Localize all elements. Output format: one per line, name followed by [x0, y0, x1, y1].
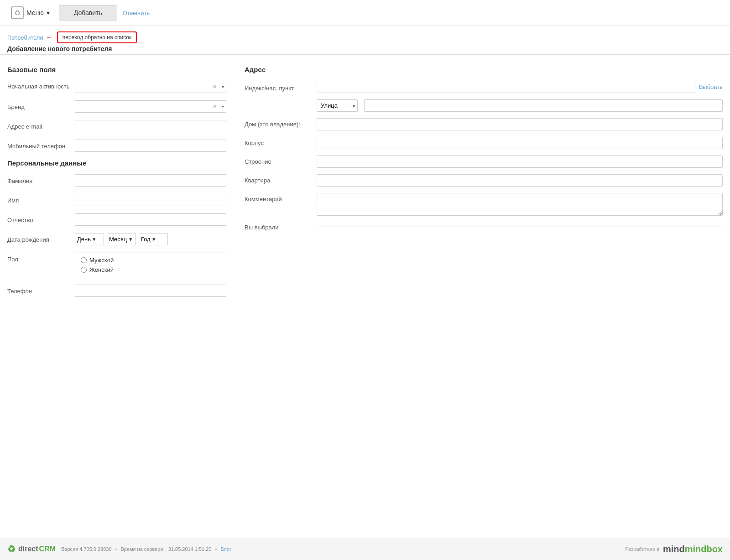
dob-month-wrapper: Месяц ▾ [107, 233, 136, 245]
dob-year-arrow-icon: ▾ [152, 236, 156, 243]
korpus-label: Корпус [245, 137, 313, 146]
email-row: Адрес e-mail [7, 120, 226, 132]
dot-separator-1: • [115, 546, 117, 552]
main-content: Базовые поля Начальная активность ✕ ▾ Бр… [0, 55, 730, 538]
dot-separator-2: • [215, 546, 217, 552]
selected-label: Вы выбрали [245, 222, 313, 231]
comment-row: Комментарий [245, 193, 723, 216]
right-column: Адрес Индекс/нас. пункт Выбрать Улица ▾ … [245, 66, 723, 527]
logo-icon: ♻ [7, 544, 16, 555]
dob-day-wrapper: День ▾ [75, 233, 104, 245]
korpus-input[interactable] [317, 137, 723, 149]
version-text: Версия 4.705.0.28836 [61, 546, 112, 552]
middle-name-input[interactable] [75, 213, 226, 226]
tooltip-box: переход обратно на список [57, 31, 137, 43]
gender-male-label: Мужской [89, 257, 114, 264]
last-name-input[interactable] [75, 174, 226, 187]
phone-row: Телефон [7, 285, 226, 297]
gender-male-radio[interactable] [81, 257, 87, 263]
middle-name-label: Отчество [7, 213, 71, 224]
menu-label: Меню [26, 9, 44, 16]
choose-link[interactable]: Выбрать [699, 83, 723, 90]
selected-value-line [317, 227, 723, 227]
dob-row: Дата рождения День ▾ Месяц ▾ Год [7, 233, 226, 245]
gender-male-option[interactable]: Мужской [81, 257, 220, 264]
developed-by-label: Разработано в [625, 546, 659, 552]
dob-year-wrapper: Год ▾ [139, 233, 168, 245]
start-activity-select-wrapper[interactable]: ✕ ▾ [75, 81, 226, 93]
street-input[interactable] [364, 99, 723, 112]
brand-row: Бренд ✕ ▾ [7, 100, 226, 113]
dob-day-arrow-icon: ▾ [93, 236, 96, 243]
recycle-icon: ♻ [11, 6, 24, 19]
gender-female-radio[interactable] [81, 267, 87, 273]
breadcrumb-parent-link[interactable]: Потребители [7, 34, 43, 41]
box-label: mindbox [685, 544, 723, 554]
selected-row: Вы выбрали [245, 222, 723, 231]
dob-year-select[interactable]: Год [141, 236, 151, 243]
mobile-label: Мобильный телефон [7, 140, 71, 150]
first-name-row: Имя [7, 194, 226, 206]
apartment-label: Квартира [245, 174, 313, 184]
mobile-row: Мобильный телефон [7, 140, 226, 152]
house-label: Дом (это владение): [245, 118, 313, 128]
gender-female-option[interactable]: Женский [81, 266, 220, 273]
mobile-input[interactable] [75, 140, 226, 152]
crm-label: CRM [39, 545, 56, 553]
brand-select-wrapper[interactable]: ✕ ▾ [75, 100, 226, 113]
breadcrumb-area: Потребители ← переход обратно на список … [0, 26, 730, 55]
gender-row: Пол Мужской Женский [7, 253, 226, 277]
start-activity-arrow-icon: ▾ [222, 84, 224, 89]
server-time-value: 31.05.2014 1:51:20 [168, 546, 212, 552]
street-type-select[interactable]: Улица [317, 99, 358, 112]
footer-right: Разработано в mindmindbox [625, 544, 723, 555]
comment-textarea[interactable] [317, 193, 723, 216]
footer-info: Версия 4.705.0.28836 • Время на сервере:… [61, 546, 231, 552]
mind-label: mind [663, 544, 685, 554]
dob-month-select[interactable]: Месяц [109, 236, 127, 243]
blog-link[interactable]: Блог [220, 546, 231, 552]
dob-month-arrow-icon: ▾ [129, 236, 132, 243]
comment-label: Комментарий [245, 193, 313, 202]
footer: ♻ directCRM Версия 4.705.0.28836 • Время… [0, 538, 730, 560]
address-title: Адрес [245, 66, 723, 73]
apartment-input[interactable] [317, 174, 723, 187]
personal-data-title: Персональные данные [7, 159, 226, 167]
street-type-wrapper: Улица ▾ [317, 99, 358, 112]
index-label: Индекс/нас. пункт [245, 82, 313, 92]
email-input[interactable] [75, 120, 226, 132]
street-row: Улица ▾ [317, 99, 723, 112]
first-name-input[interactable] [75, 194, 226, 206]
stroenie-input[interactable] [317, 156, 723, 168]
start-activity-select[interactable] [75, 81, 226, 93]
middle-name-row: Отчество [7, 213, 226, 226]
start-activity-label: Начальная активность [7, 81, 71, 91]
menu-button[interactable]: ♻ Меню ▾ [7, 4, 53, 22]
house-input[interactable] [317, 118, 723, 130]
index-row: Индекс/нас. пункт Выбрать [245, 81, 723, 93]
house-row: Дом (это владение): [245, 118, 723, 130]
last-name-row: Фамилия [7, 174, 226, 187]
footer-left: ♻ directCRM Версия 4.705.0.28836 • Время… [7, 544, 231, 555]
gender-box: Мужской Женский [75, 253, 226, 277]
stroenie-row: Строение [245, 156, 723, 168]
dob-selects: День ▾ Месяц ▾ Год ▾ [75, 233, 168, 245]
phone-input[interactable] [75, 285, 226, 297]
clear-start-activity-icon[interactable]: ✕ [213, 84, 217, 90]
dob-day-select[interactable]: День [77, 236, 91, 243]
apartment-row: Квартира [245, 174, 723, 187]
index-input[interactable] [317, 81, 695, 93]
brand-label: Бренд [7, 100, 71, 111]
basic-fields-title: Базовые поля [7, 66, 226, 73]
back-arrow-icon: ← [46, 34, 52, 41]
korpus-row: Корпус [245, 137, 723, 149]
clear-brand-icon[interactable]: ✕ [213, 104, 217, 109]
dob-label: Дата рождения [7, 233, 71, 244]
gender-female-label: Женский [89, 266, 114, 273]
cancel-link[interactable]: Отменить [123, 10, 150, 16]
add-button[interactable]: Добавить [59, 5, 117, 21]
brand-arrow-icon: ▾ [222, 104, 224, 109]
brand-select[interactable] [75, 101, 226, 112]
menu-arrow-icon: ▾ [47, 9, 50, 16]
left-column: Базовые поля Начальная активность ✕ ▾ Бр… [7, 66, 226, 527]
